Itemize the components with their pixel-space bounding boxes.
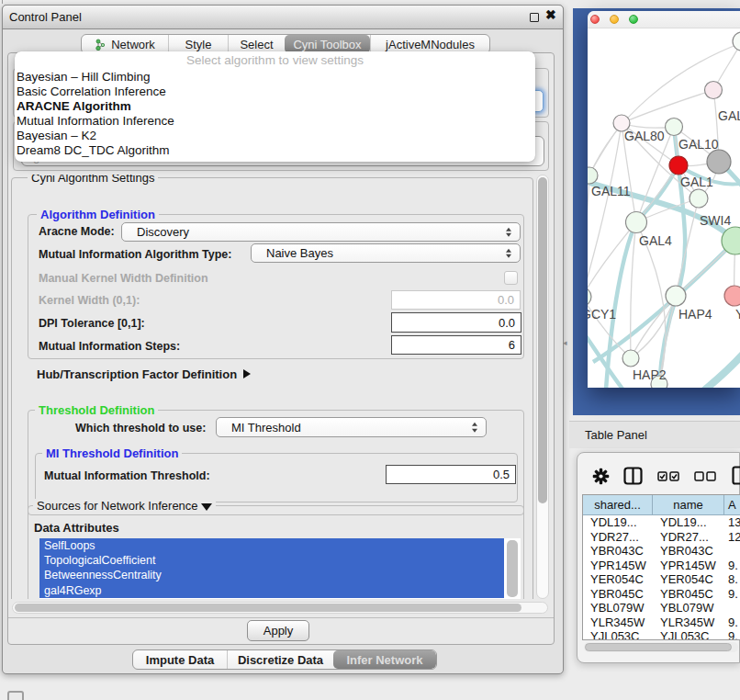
network-node[interactable] xyxy=(690,189,708,208)
network-node[interactable] xyxy=(733,32,740,51)
scrollbar-thumb[interactable] xyxy=(585,643,732,651)
table-horizontal-scrollbar[interactable] xyxy=(584,642,738,652)
popup-placeholder: Select algorithm to view settings xyxy=(15,51,535,70)
data-attribute-item[interactable]: BetweennessCentrality xyxy=(39,568,504,582)
table-row[interactable]: YBL079WYBL079W xyxy=(583,601,740,615)
settings-vertical-scrollbar[interactable] xyxy=(536,175,549,599)
algorithm-option[interactable]: Mutual Information Inference xyxy=(15,114,535,129)
node-label: GAL xyxy=(718,108,740,123)
table-cell: 9. xyxy=(728,629,738,640)
table-row[interactable]: YLR345WYLR345W9. xyxy=(583,615,740,630)
table-row[interactable]: YDL19...YDL19...13 xyxy=(583,515,740,530)
settings-gear-icon[interactable] xyxy=(592,468,610,485)
node-table: shared...nameA YDL19...YDL19...13YDR27..… xyxy=(582,494,740,640)
data-attribute-item[interactable]: TopologicalCoefficient xyxy=(39,553,504,568)
mi-type-select[interactable]: Naive Bayes xyxy=(251,243,521,263)
table-row[interactable]: YBR045CYBR045C9. xyxy=(583,587,740,602)
group-title: Algorithm Definition xyxy=(37,208,159,221)
table-cell: 8. xyxy=(728,572,738,587)
scrollbar-thumb[interactable] xyxy=(15,604,521,612)
algorithm-option[interactable]: Basic Correlation Inference xyxy=(15,85,535,99)
mi-steps-input[interactable]: 6 xyxy=(391,335,521,355)
algorithm-option[interactable]: Dream8 DC_TDC Algorithm xyxy=(15,143,535,158)
network-node-gal[interactable] xyxy=(705,82,723,99)
network-node-gcy1[interactable] xyxy=(588,288,591,306)
network-node-hap4[interactable] xyxy=(666,286,686,306)
panel-divider xyxy=(8,617,554,618)
apply-button[interactable]: Apply xyxy=(247,620,309,641)
tab-style[interactable]: Style xyxy=(168,35,228,53)
network-node-gal1[interactable] xyxy=(669,156,688,175)
expand-arrow-icon[interactable] xyxy=(243,369,251,378)
table-header: shared...nameA xyxy=(583,495,740,515)
which-threshold-value: MI Threshold xyxy=(231,421,301,435)
deselect-all-checkboxes-icon[interactable] xyxy=(694,471,717,481)
table-cell: YBR043C xyxy=(590,544,644,559)
column-header-name[interactable]: name xyxy=(653,495,724,515)
tab-discretize-data[interactable]: Discretize Data xyxy=(227,650,333,669)
network-node[interactable] xyxy=(707,150,731,174)
data-attribute-item[interactable]: gal4RGexp xyxy=(39,583,504,598)
algorithm-option[interactable]: Bayesian – K2 xyxy=(15,129,535,143)
network-node-hap2[interactable] xyxy=(622,350,639,367)
table-row[interactable]: YJL053CYJL053C9. xyxy=(583,629,740,640)
scrollbar-thumb[interactable] xyxy=(538,177,547,503)
new-table-icon[interactable] xyxy=(732,465,740,486)
mi-threshold-input[interactable]: 0.5 xyxy=(386,465,516,484)
network-node-y[interactable] xyxy=(724,286,740,306)
settings-horizontal-scrollbar[interactable] xyxy=(12,602,548,614)
close-icon[interactable]: ✖ xyxy=(545,7,556,22)
combo-arrows-icon xyxy=(506,227,511,237)
which-threshold-select[interactable]: MI Threshold xyxy=(216,417,487,437)
data-attribute-item[interactable]: SelfLoops xyxy=(39,538,504,553)
network-node-gal10[interactable] xyxy=(666,119,683,136)
column-header-A[interactable]: A xyxy=(724,495,740,515)
tab-impute-data[interactable]: Impute Data xyxy=(133,650,227,669)
splitter-arrow-icon[interactable]: ◂ xyxy=(563,338,567,347)
tab-jactivemnodules[interactable]: jActiveMNodules xyxy=(370,35,489,53)
manual-kernel-checkbox[interactable] xyxy=(504,271,518,285)
network-node-gal11[interactable] xyxy=(588,167,598,184)
table-cell: YDR27... xyxy=(590,530,639,545)
table-cell: YLR345W xyxy=(590,615,645,630)
tab-label: Style xyxy=(185,38,212,51)
column-header-shared...[interactable]: shared... xyxy=(583,495,653,515)
table-row[interactable]: YER054CYER054C8. xyxy=(583,572,740,587)
table-cell: YDL19... xyxy=(660,515,707,530)
tab-infer-network[interactable]: Infer Network xyxy=(333,650,436,669)
tab-network[interactable]: Network xyxy=(82,35,168,53)
aracne-mode-label: Aracne Mode: xyxy=(39,225,115,238)
dpi-tolerance-input[interactable]: 0.0 xyxy=(391,312,521,333)
tab-select[interactable]: Select xyxy=(228,35,285,53)
list-scrollbar[interactable] xyxy=(507,540,518,597)
kernel-width-input[interactable]: 0.0 xyxy=(391,290,521,310)
mi-steps-label: Mutual Information Steps: xyxy=(39,340,180,353)
float-window-icon[interactable] xyxy=(530,13,539,22)
table-row[interactable]: YPR145WYPR145W9. xyxy=(583,559,740,573)
algorithm-option[interactable]: Bayesian – Hill Climbing xyxy=(15,70,535,85)
data-attributes-list: SelfLoopsTopologicalCoefficientBetweenne… xyxy=(39,538,521,599)
select-all-checkboxes-icon[interactable] xyxy=(657,471,680,481)
aracne-mode-select[interactable]: Discovery xyxy=(121,222,521,242)
column-layout-icon[interactable] xyxy=(623,467,643,485)
table-cell: YBR045C xyxy=(590,587,644,602)
node-label: SWI4 xyxy=(700,213,731,228)
sources-toggle[interactable]: Sources for Network Inference xyxy=(33,499,216,513)
network-node-gal4[interactable] xyxy=(626,212,647,233)
table-row[interactable]: YBR043CYBR043C xyxy=(583,544,740,559)
data-attributes-label: Data Attributes xyxy=(34,521,119,535)
minimized-window-icon[interactable] xyxy=(7,691,24,700)
hub-definition-toggle[interactable]: Hub/Transcription Factor Definition xyxy=(37,367,251,381)
node-label: HAP2 xyxy=(633,367,667,382)
table-row[interactable]: YDR27...YDR27...12 xyxy=(583,530,740,545)
algorithm-option[interactable]: ARACNE Algorithm xyxy=(15,99,535,114)
collapse-arrow-icon[interactable] xyxy=(201,503,212,511)
mi-type-value: Naive Bayes xyxy=(266,246,333,260)
table-cell: 12 xyxy=(728,530,740,545)
tab-label: jActiveMNodules xyxy=(386,38,475,51)
table-panel-title: Table Panel xyxy=(585,428,647,442)
table-cell: YDR27... xyxy=(660,530,709,545)
node-label: GAL1 xyxy=(680,175,713,189)
control-panel-titlebar[interactable] xyxy=(2,5,564,29)
tab-cyni-toolbox[interactable]: Cyni Toolbox xyxy=(285,35,370,53)
